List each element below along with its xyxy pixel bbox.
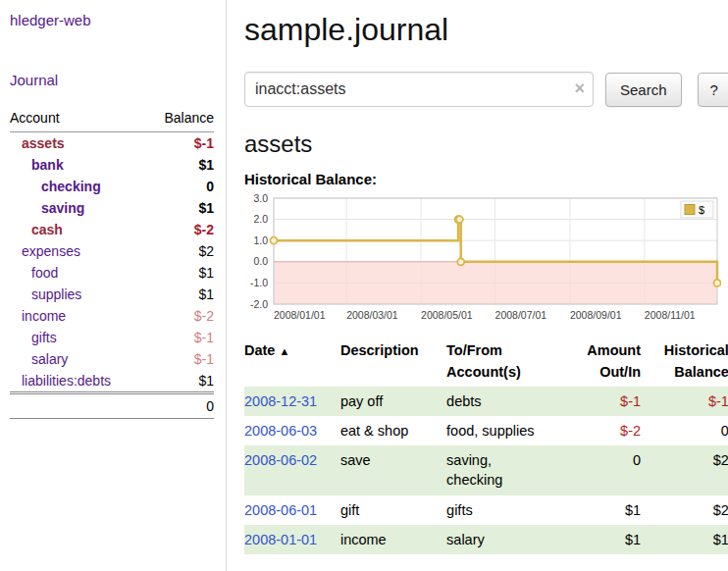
register-account-line: salary bbox=[446, 530, 560, 549]
search-input[interactable] bbox=[244, 72, 594, 107]
sidebar-account-expenses[interactable]: expenses bbox=[22, 243, 80, 259]
transaction-date-link[interactable]: 2008-06-03 bbox=[244, 423, 317, 439]
register-accounts-cell: gifts bbox=[446, 495, 566, 525]
account-balance: $1 bbox=[147, 370, 215, 393]
account-name-cell: salary bbox=[10, 348, 147, 370]
balance-chart: 3.02.01.00.0-1.0-2.02008/01/012008/03/01… bbox=[244, 192, 721, 330]
account-name-cell: supplies bbox=[10, 284, 147, 305]
register-accounts-cell: food, supplies bbox=[446, 416, 566, 445]
app-title-link[interactable]: hledger-web bbox=[10, 12, 214, 28]
register-balance-cell: $2 bbox=[643, 495, 728, 525]
sidebar-account-checking[interactable]: checking bbox=[41, 179, 101, 194]
register-accounts-cell: debts bbox=[446, 387, 566, 416]
sidebar: hledger-web Journal Account Balance asse… bbox=[0, 0, 227, 571]
accounts-header-row: Account Balance bbox=[10, 108, 214, 132]
help-button[interactable]: ? bbox=[698, 73, 728, 107]
account-row: gifts$-1 bbox=[10, 327, 214, 348]
accounts-total-spacer bbox=[10, 393, 147, 419]
account-balance: $1 bbox=[147, 154, 215, 176]
register-amount-cell: $-2 bbox=[567, 416, 644, 445]
search-button[interactable]: Search bbox=[605, 73, 682, 107]
account-row: food$1 bbox=[10, 262, 214, 284]
account-name-cell: food bbox=[10, 262, 147, 284]
svg-text:2008/05/01: 2008/05/01 bbox=[421, 309, 473, 321]
register-balance-cell: 0 bbox=[643, 416, 728, 445]
account-balance: $1 bbox=[147, 197, 215, 219]
register-header-description: Description bbox=[340, 337, 446, 387]
svg-text:0.0: 0.0 bbox=[253, 255, 268, 267]
sidebar-item-journal[interactable]: Journal bbox=[10, 72, 214, 88]
register-date-cell: 2008-06-01 bbox=[244, 495, 340, 525]
register-row: 2008-06-03eat & shopfood, supplies$-20 bbox=[244, 416, 728, 445]
page-title: sample.journal bbox=[244, 12, 728, 48]
sidebar-account-food[interactable]: food bbox=[31, 265, 58, 281]
register-amount-cell: $-1 bbox=[567, 387, 644, 416]
register-account-line: gifts bbox=[446, 500, 560, 520]
register-header-description-label: Description bbox=[340, 342, 419, 358]
register-row: 2008-06-02savesaving,checking0$2 bbox=[244, 445, 728, 495]
register-account-line: food, supplies bbox=[446, 421, 560, 441]
svg-text:-1.0: -1.0 bbox=[250, 277, 268, 288]
transaction-date-link[interactable]: 2008-12-31 bbox=[244, 393, 317, 409]
account-name-cell: assets bbox=[10, 132, 147, 155]
register-row: 2008-06-01giftgifts$1$2 bbox=[244, 495, 728, 525]
account-row: cash$-2 bbox=[10, 219, 214, 240]
transaction-date-link[interactable]: 2008-06-01 bbox=[244, 502, 317, 518]
sidebar-account-liabilities-debts[interactable]: liabilities:debts bbox=[22, 373, 111, 389]
sidebar-account-saving[interactable]: saving bbox=[41, 200, 84, 216]
account-balance: $-1 bbox=[147, 348, 215, 370]
sidebar-account-gifts[interactable]: gifts bbox=[31, 330, 57, 345]
register-header-balance-line2: Balance bbox=[674, 364, 728, 380]
clear-search-icon[interactable]: × bbox=[574, 78, 585, 98]
chart-title: Historical Balance: bbox=[244, 171, 728, 187]
svg-text:1.0: 1.0 bbox=[253, 234, 268, 246]
register-table: Date▲ Description To/From Account(s) Amo… bbox=[244, 337, 728, 554]
account-row: assets$-1 bbox=[10, 132, 214, 155]
account-row: saving$1 bbox=[10, 197, 214, 219]
svg-text:2.0: 2.0 bbox=[253, 213, 268, 225]
account-balance: $1 bbox=[147, 262, 215, 284]
register-account-line: saving, bbox=[446, 450, 560, 470]
register-header-date[interactable]: Date▲ bbox=[244, 337, 340, 387]
account-balance: $-2 bbox=[147, 305, 215, 327]
transaction-date-link[interactable]: 2008-01-01 bbox=[244, 532, 317, 547]
svg-text:2008/11/01: 2008/11/01 bbox=[645, 309, 696, 321]
svg-text:2008/03/01: 2008/03/01 bbox=[346, 309, 398, 321]
svg-text:2008/09/01: 2008/09/01 bbox=[570, 309, 622, 321]
register-balance-cell: $-1 bbox=[643, 387, 728, 416]
register-description-cell: pay off bbox=[340, 387, 446, 416]
sidebar-account-assets[interactable]: assets bbox=[22, 135, 65, 151]
accounts-table: Account Balance assets$-1bank$1checking0… bbox=[10, 108, 214, 419]
account-heading: assets bbox=[244, 130, 728, 158]
main-content: sample.journal × Search ? assets Histori… bbox=[227, 0, 728, 571]
register-balance-cell: $1 bbox=[643, 525, 728, 554]
register-row: 2008-12-31pay offdebts$-1$-1 bbox=[244, 387, 728, 416]
register-accounts-cell: salary bbox=[446, 525, 566, 554]
account-balance: 0 bbox=[147, 176, 215, 197]
register-header-accounts-line1: To/From bbox=[446, 342, 502, 358]
account-balance: $-2 bbox=[147, 219, 215, 240]
sidebar-account-income[interactable]: income bbox=[22, 308, 66, 324]
svg-text:2008/01/01: 2008/01/01 bbox=[274, 309, 326, 321]
register-row: 2008-01-01incomesalary$1$1 bbox=[244, 525, 728, 554]
register-date-cell: 2008-12-31 bbox=[244, 387, 340, 416]
account-name-cell: liabilities:debts bbox=[10, 370, 147, 393]
register-accounts-cell: saving,checking bbox=[446, 445, 566, 495]
sidebar-account-cash[interactable]: cash bbox=[31, 222, 63, 237]
transaction-date-link[interactable]: 2008-06-02 bbox=[244, 452, 317, 468]
register-header-amount: Amount Out/In bbox=[567, 337, 644, 387]
account-name-cell: saving bbox=[10, 197, 147, 219]
sidebar-account-salary[interactable]: salary bbox=[31, 351, 68, 367]
register-header-amount-line2: Out/In bbox=[599, 364, 641, 380]
register-header-accounts: To/From Account(s) bbox=[446, 337, 566, 387]
account-name-cell: gifts bbox=[10, 327, 147, 348]
sidebar-account-supplies[interactable]: supplies bbox=[31, 286, 81, 302]
search-field-wrap: × bbox=[244, 72, 594, 107]
account-row: salary$-1 bbox=[10, 348, 214, 370]
svg-text:$: $ bbox=[699, 204, 704, 216]
sidebar-account-bank[interactable]: bank bbox=[31, 157, 64, 173]
sort-ascending-icon: ▲ bbox=[279, 345, 289, 357]
account-row: supplies$1 bbox=[10, 284, 214, 305]
account-row: expenses$2 bbox=[10, 240, 214, 262]
account-balance: $2 bbox=[147, 240, 215, 262]
